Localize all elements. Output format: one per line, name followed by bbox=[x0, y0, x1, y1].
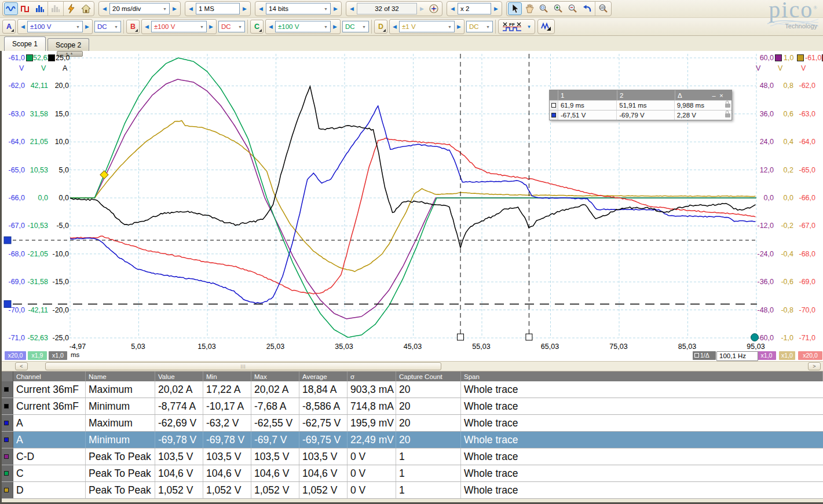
samples-prev-button[interactable]: ◀ bbox=[186, 3, 195, 14]
zoom-out-tool-button[interactable] bbox=[566, 2, 580, 15]
range-next-button[interactable]: ▶ bbox=[331, 21, 339, 32]
math-channels-button[interactable] bbox=[539, 20, 553, 33]
channel-a-coupling-dropdown[interactable]: DC▼ bbox=[94, 21, 121, 32]
range-prev-button[interactable]: ◀ bbox=[142, 21, 151, 32]
legend-close-button[interactable]: × bbox=[718, 92, 725, 99]
one-over-delta-badge[interactable]: 1/Δ bbox=[693, 351, 716, 360]
channel-b-range-dropdown[interactable]: ±100 V▼ bbox=[151, 21, 207, 32]
x-scale-badge[interactable]: x20,0 bbox=[5, 351, 26, 360]
buffer-prev-button[interactable]: ◀ bbox=[348, 3, 356, 14]
timebase-dropdown[interactable]: 20 ms/div▼ bbox=[109, 3, 170, 14]
current-axis-marker[interactable] bbox=[48, 54, 55, 61]
zoom-dropdown[interactable]: x 2 bbox=[458, 3, 491, 14]
measurement-row-2[interactable]: Current 36mFMinimum-8,774 A-10,17 A-7,68… bbox=[0, 398, 823, 415]
x-scale-badge[interactable]: x1,0 bbox=[779, 351, 795, 360]
measurement-cell: Peak To Peak bbox=[86, 465, 155, 481]
samples-next-button[interactable]: ▶ bbox=[240, 3, 249, 14]
channel-b-button[interactable]: B bbox=[126, 20, 140, 34]
svg-text:100: 100 bbox=[600, 6, 605, 9]
measurement-row-6[interactable]: CPeak To Peak104,6 V104,6 V104,6 V104,6 … bbox=[0, 465, 823, 482]
channel-a-range-dropdown[interactable]: ±100 V▼ bbox=[27, 21, 83, 32]
measurement-row-1[interactable]: Current 36mFMaximum20,02 A17,22 A20,02 A… bbox=[0, 381, 823, 398]
measurement-cell: 22,49 mV bbox=[348, 432, 396, 448]
x-scale-badge[interactable]: x1,0 bbox=[757, 351, 776, 360]
channel-b-coupling-dropdown[interactable]: DC▼ bbox=[218, 21, 245, 32]
channel-d-axis-marker[interactable] bbox=[797, 54, 804, 61]
pointer-tools-group: 100 bbox=[506, 1, 612, 16]
marquee-zoom-tool-button[interactable] bbox=[537, 2, 551, 15]
timebase-next-button[interactable]: ▶ bbox=[170, 3, 179, 14]
ruler-legend[interactable]: 12Δ–× 61,9 ms51,91 ms9,988 ms-67,51 V-69… bbox=[549, 90, 732, 120]
measurement-row-4[interactable]: AMinimum-69,78 V-69,78 V-69,7 V-69,75 V2… bbox=[0, 432, 823, 448]
digital-inputs-dropdown-button[interactable]: ▼ bbox=[525, 21, 533, 32]
x-scale-badge[interactable]: x1,0 bbox=[49, 351, 67, 360]
channel-c-button[interactable]: C bbox=[250, 20, 264, 34]
scrollbar-thumb[interactable]: ||| bbox=[45, 362, 441, 370]
row-channel-marker bbox=[0, 381, 13, 398]
resolution-dropdown[interactable]: 14 bits▼ bbox=[266, 3, 331, 14]
resolution-prev-button[interactable]: ◀ bbox=[257, 3, 265, 14]
zoom-prev-button[interactable]: ◀ bbox=[448, 3, 457, 14]
channel-c-axis-marker[interactable] bbox=[26, 54, 33, 61]
y-axis-label: -61,0 bbox=[0, 54, 25, 62]
range-prev-button[interactable]: ◀ bbox=[390, 21, 399, 32]
home-button[interactable] bbox=[79, 2, 93, 15]
measurement-row-7[interactable]: DPeak To Peak1,052 V1,052 V1,052 V1,052 … bbox=[0, 482, 823, 499]
channel-a-button[interactable]: A bbox=[2, 20, 16, 34]
legend-minimize-button[interactable]: – bbox=[710, 92, 718, 99]
y-axis-label: 20,0 bbox=[0, 82, 69, 90]
zoom-100-button[interactable]: 100 bbox=[596, 2, 610, 15]
tab-scope-1[interactable]: Scope 1 bbox=[4, 36, 46, 51]
range-value: ±100 V bbox=[278, 23, 299, 30]
x-scale-badge[interactable]: x20,0 bbox=[798, 351, 822, 360]
timebase-prev-button[interactable]: ◀ bbox=[100, 3, 109, 14]
channel-c-range-dropdown[interactable]: ±100 V▼ bbox=[275, 21, 331, 32]
channel-d-coupling-dropdown[interactable]: DC▼ bbox=[466, 21, 493, 32]
signal-ruler-handle-1[interactable] bbox=[4, 237, 11, 244]
spectrum-mode-button[interactable] bbox=[33, 2, 47, 15]
range-next-button[interactable]: ▶ bbox=[207, 21, 215, 32]
measurement-cell: C bbox=[13, 465, 86, 481]
measurement-cell: Whole trace bbox=[461, 465, 823, 481]
horizontal-scrollbar[interactable]: < ||| > bbox=[0, 361, 823, 371]
measurement-cell: 20 bbox=[396, 415, 461, 431]
channel-cd-axis-marker[interactable] bbox=[775, 54, 782, 61]
range-next-button[interactable]: ▶ bbox=[455, 21, 463, 32]
measurement-row-5[interactable]: C-DPeak To Peak103,5 V103,5 V103,5 V103,… bbox=[0, 448, 823, 465]
timebase-group: ◀ 20 ms/div▼ ▶ bbox=[98, 1, 181, 16]
persistence-mode-button[interactable] bbox=[19, 2, 32, 15]
measurement-row-3[interactable]: AMaximum-62,69 V-63,2 V-62,55 V-62,75 V1… bbox=[0, 415, 823, 432]
range-prev-button[interactable]: ◀ bbox=[266, 21, 275, 32]
digital-inputs-button[interactable]: FF bbox=[500, 20, 524, 33]
auto-setup-button[interactable] bbox=[64, 2, 78, 15]
digital-inputs-icon: FF bbox=[502, 21, 522, 32]
range-prev-button[interactable]: ◀ bbox=[19, 21, 27, 32]
x-scale-badge[interactable]: x1,9 bbox=[28, 351, 47, 360]
buffer-navigator-button[interactable] bbox=[427, 2, 441, 15]
select-tool-button[interactable] bbox=[508, 2, 522, 15]
scroll-left-button[interactable]: < bbox=[15, 362, 28, 370]
math-group bbox=[537, 19, 555, 34]
x-axis-label: -4,97 bbox=[70, 343, 86, 351]
measurement-cell: 714,8 mA bbox=[348, 398, 396, 414]
buffer-group: ◀ 32 of 32 ▶ bbox=[346, 1, 442, 16]
tab-scope-2[interactable]: Scope 2 bbox=[47, 38, 89, 51]
zoom-in-tool-button[interactable] bbox=[551, 2, 565, 15]
measurement-cell: 103,5 V bbox=[299, 448, 348, 465]
resolution-next-button[interactable]: ▶ bbox=[331, 3, 340, 14]
legend-lock[interactable] bbox=[723, 113, 731, 117]
channel-c-coupling-dropdown[interactable]: DC▼ bbox=[342, 21, 369, 32]
channel-d-button[interactable]: D bbox=[374, 20, 387, 34]
pico-technology-logo: pico® Technology bbox=[744, 1, 820, 34]
scope-mode-button[interactable] bbox=[4, 2, 18, 15]
undo-zoom-button[interactable] bbox=[580, 2, 594, 15]
channel-d-range-dropdown[interactable]: ±1 V▼ bbox=[399, 21, 455, 32]
toolbar-separator bbox=[247, 20, 248, 34]
samples-dropdown[interactable]: 1 MS bbox=[196, 3, 240, 14]
toolbar-separator bbox=[47, 2, 48, 16]
legend-lock[interactable] bbox=[723, 104, 731, 108]
scroll-right-button[interactable]: > bbox=[808, 362, 821, 370]
range-next-button[interactable]: ▶ bbox=[83, 21, 92, 32]
zoom-next-button[interactable]: ▶ bbox=[492, 3, 500, 14]
pan-tool-button[interactable] bbox=[522, 2, 536, 15]
